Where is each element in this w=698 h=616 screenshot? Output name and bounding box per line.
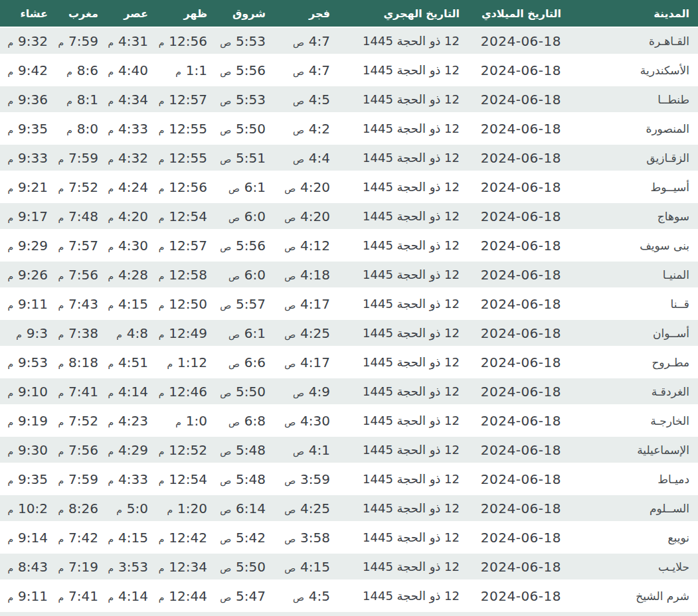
isha-time-cell: 9:42م <box>0 57 56 86</box>
table-row: الخارجـة2024-06-1812 ذو الحجة 14454:30ص6… <box>0 408 698 437</box>
maghrib-time-cell: 7:59م <box>56 466 107 495</box>
maghrib-time: 7:48 <box>68 208 98 224</box>
hijri-date: 12 ذو الحجة 1445 <box>363 238 460 252</box>
asr-time: 4:15 <box>118 530 148 546</box>
asr-time-cell: 3:53م <box>107 554 157 583</box>
am-pm-marker: ص <box>293 154 304 165</box>
dhuhr-time-cell: 1:12م <box>157 349 216 378</box>
am-pm-marker: م <box>159 388 165 398</box>
asr-time-cell: 4:33م <box>107 116 157 145</box>
am-pm-marker: م <box>116 504 122 515</box>
gregorian-date-cell: 2024-06-18 <box>468 524 570 554</box>
am-pm-marker: م <box>58 446 64 457</box>
asr-time-cell: 4:14م <box>107 583 157 612</box>
gregorian-date-cell: 2024-06-18 <box>468 145 570 174</box>
am-pm-marker: ص <box>220 154 231 165</box>
gregorian-date-cell: 2024-06-18 <box>468 203 570 232</box>
am-pm-marker: ص <box>220 504 231 515</box>
dhuhr-time: 12:54 <box>169 208 207 224</box>
gregorian-date: 2024-06-18 <box>481 325 561 341</box>
asr-time-cell: 4:24م <box>107 174 157 203</box>
asr-time-cell: 5:0م <box>107 495 157 524</box>
maghrib-time-cell: 7:48م <box>56 203 107 232</box>
am-pm-marker: م <box>108 300 114 311</box>
fajr-time: 4:17 <box>300 354 330 370</box>
isha-time-cell: 8:43م <box>0 554 56 583</box>
hijri-date-cell: 12 ذو الحجة 1445 <box>339 524 468 554</box>
asr-time: 4:51 <box>118 354 148 370</box>
am-pm-marker: م <box>159 154 165 165</box>
fajr-time-cell: 4:20ص <box>274 203 339 232</box>
gregorian-date: 2024-06-18 <box>481 354 561 370</box>
dhuhr-time: 12:58 <box>169 267 207 283</box>
sunrise-time-cell: 5:56ص <box>216 232 274 262</box>
am-pm-marker: ص <box>220 242 231 252</box>
asr-time-cell: 4:32م <box>107 145 157 174</box>
gregorian-date: 2024-06-18 <box>481 559 561 575</box>
am-pm-marker: ص <box>284 300 296 311</box>
fajr-time: 4:30 <box>300 413 330 429</box>
am-pm-marker: م <box>167 358 173 369</box>
gregorian-date-cell: 2024-06-18 <box>468 378 570 408</box>
dhuhr-time-cell: 12:55م <box>157 116 216 145</box>
fajr-time-cell: 4:1ص <box>274 437 339 466</box>
gregorian-date: 2024-06-18 <box>481 267 561 283</box>
am-pm-marker: ص <box>228 329 240 340</box>
am-pm-marker: م <box>159 446 165 457</box>
am-pm-marker: م <box>108 271 114 281</box>
city-name: شرم الشيخ <box>636 589 689 603</box>
am-pm-marker: م <box>58 300 64 311</box>
asr-time: 4:31 <box>118 33 148 49</box>
hijri-date-cell: 12 ذو الحجة 1445 <box>339 437 468 466</box>
am-pm-marker: ص <box>228 358 240 369</box>
asr-time-cell: 4:8م <box>107 320 157 349</box>
am-pm-marker: م <box>108 242 114 252</box>
sunrise-time: 6:8 <box>244 413 266 429</box>
dhuhr-time: 1:20 <box>177 501 207 516</box>
hijri-date: 12 ذو الحجة 1445 <box>363 151 460 165</box>
maghrib-time: 7:43 <box>68 296 98 312</box>
am-pm-marker: ص <box>284 271 296 281</box>
sunrise-time: 5:50 <box>236 559 266 575</box>
hijri-date: 12 ذو الحجة 1445 <box>363 560 460 574</box>
hijri-date-cell: 12 ذو الحجة 1445 <box>339 262 468 291</box>
maghrib-time: 7:56 <box>68 442 98 458</box>
am-pm-marker: م <box>58 534 64 544</box>
gregorian-date-cell: 2024-06-18 <box>468 408 570 437</box>
table-row: شرم الشيخ2024-06-1812 ذو الحجة 14454:5ص5… <box>0 583 698 612</box>
hijri-date: 12 ذو الحجة 1445 <box>363 326 460 340</box>
sunrise-time: 5:57 <box>236 296 266 312</box>
fajr-time-cell: 4:15ص <box>274 554 339 583</box>
isha-time-cell: 9:35م <box>0 466 56 495</box>
asr-time-cell: 4:14م <box>107 378 157 408</box>
sunrise-time-cell: 6:0ص <box>216 203 274 232</box>
am-pm-marker: ص <box>228 417 240 427</box>
prayer-times-table: المدينة التاريخ الميلادي التاريخ الهجري … <box>0 0 698 616</box>
am-pm-marker: م <box>159 592 165 603</box>
table-row: أســوان2024-06-1812 ذو الحجة 14454:25ص6:… <box>0 320 698 349</box>
dhuhr-time-cell: 1:1م <box>157 57 216 86</box>
asr-time-cell: 4:30م <box>107 232 157 262</box>
gregorian-date-cell: 2024-06-18 <box>468 28 570 57</box>
am-pm-marker: م <box>58 592 64 603</box>
maghrib-time-cell: 8:6م <box>56 57 107 86</box>
am-pm-marker: م <box>159 37 165 48</box>
fajr-time-cell: 4:17ص <box>274 291 339 320</box>
isha-time-cell: 9:36م <box>0 86 56 116</box>
asr-time: 4:33 <box>118 121 148 137</box>
am-pm-marker: م <box>116 329 122 340</box>
am-pm-marker: م <box>7 358 13 369</box>
sunrise-time: 6:1 <box>244 325 266 341</box>
dhuhr-time: 12:46 <box>169 384 207 400</box>
table-row: القـاهـرة2024-06-1812 ذو الحجة 14454:7ص5… <box>0 28 698 57</box>
gregorian-date-cell: 2024-06-18 <box>468 554 570 583</box>
gregorian-date: 2024-06-18 <box>481 150 561 166</box>
city-name: الأسكندرية <box>640 64 689 77</box>
isha-time-cell: 9:29م <box>0 232 56 262</box>
am-pm-marker: م <box>159 329 165 340</box>
am-pm-marker: م <box>159 271 165 281</box>
hijri-date-cell: 12 ذو الحجة 1445 <box>339 495 468 524</box>
isha-time: 9:17 <box>18 208 48 224</box>
am-pm-marker: م <box>66 96 72 106</box>
maghrib-time: 8:26 <box>68 501 98 516</box>
